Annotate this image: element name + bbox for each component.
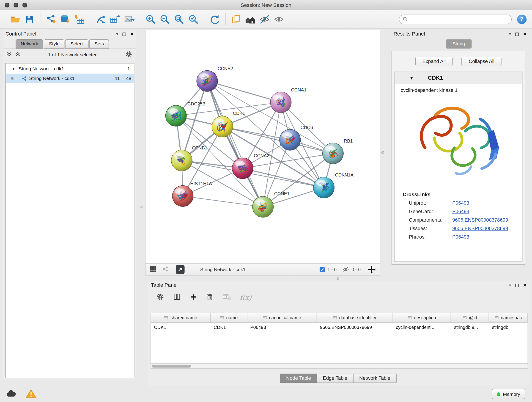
node-CDK1[interactable]: CDK1 — [212, 111, 245, 137]
crosslink-value-link[interactable]: P06493 — [452, 200, 469, 206]
table-cell[interactable]: stringdb — [489, 325, 528, 330]
zoom-in-button[interactable] — [143, 12, 158, 27]
tab-style[interactable]: Style — [44, 39, 65, 49]
warnings-button[interactable] — [26, 389, 36, 399]
panel-menu-icon[interactable]: ▾ — [509, 32, 511, 36]
search-field[interactable] — [399, 14, 512, 24]
panel-float-icon[interactable] — [515, 283, 519, 287]
tab-edge-table[interactable]: Edge Table — [317, 374, 354, 383]
grid-view-button[interactable] — [150, 266, 157, 274]
expand-all-networks-button[interactable] — [15, 51, 20, 57]
pan-move-icon[interactable] — [368, 266, 375, 274]
table-cell[interactable]: CDK1 — [151, 325, 210, 330]
delete-column-button[interactable] — [206, 293, 214, 302]
network-row-selected[interactable]: String Network - cdk1 11 48 — [6, 74, 134, 83]
table-cell[interactable]: cyclin-dependent ... — [393, 325, 451, 330]
memory-button[interactable]: Memory — [492, 389, 525, 399]
search-input[interactable] — [410, 16, 508, 22]
network-canvas[interactable]: CCNB2CCNA1CDC25BCDK1CDC6RB1CCNB1CCNA2CDK… — [145, 30, 380, 263]
crosslink-value-link[interactable]: P06493 — [452, 209, 469, 214]
column-header--id[interactable]: @id — [451, 313, 489, 322]
panel-close-icon[interactable]: × — [523, 31, 527, 37]
edge-CCNA2-CDKN1A[interactable] — [243, 168, 324, 187]
show-all-button[interactable] — [272, 12, 286, 27]
refresh-view-button[interactable] — [208, 12, 222, 27]
gene-section-header[interactable]: ▼ CDK1 — [394, 72, 522, 84]
edge-CCNB2-CCNE1[interactable] — [207, 81, 263, 207]
import-network-file-button[interactable] — [44, 12, 58, 27]
table-cell[interactable]: P06493 — [247, 325, 317, 330]
column-header-name[interactable]: name — [210, 313, 247, 322]
help-button[interactable]: ? — [517, 14, 526, 24]
function-builder-button[interactable]: f(x) — [240, 293, 252, 301]
tab-node-table[interactable]: Node Table — [280, 374, 317, 383]
export-image-button[interactable] — [122, 12, 136, 27]
node-RB1[interactable]: RB1 — [323, 138, 353, 164]
selected-checkbox-icon[interactable] — [319, 267, 325, 272]
home-view-button[interactable] — [243, 12, 258, 27]
left-splitter-handle[interactable] — [140, 206, 143, 208]
import-network-database-button[interactable] — [58, 12, 72, 27]
zoom-selected-button[interactable] — [186, 12, 201, 27]
scrollbar-thumb[interactable] — [152, 365, 191, 368]
save-session-button[interactable] — [22, 12, 37, 27]
panel-menu-icon[interactable]: ▾ — [116, 32, 118, 36]
expand-all-button[interactable]: Expand All — [415, 57, 453, 66]
import-table-button[interactable] — [72, 12, 86, 27]
tab-sets[interactable]: Sets — [89, 39, 109, 49]
annotations-button[interactable] — [229, 12, 243, 27]
hidden-eye-slash-icon[interactable] — [342, 266, 349, 273]
cloud-status-button[interactable] — [6, 389, 17, 399]
zoom-fit-button[interactable] — [172, 12, 186, 27]
panel-float-icon[interactable] — [515, 32, 519, 36]
hide-unselected-button[interactable] — [258, 12, 272, 27]
collection-expand-icon[interactable]: ▼ — [12, 67, 15, 70]
column-header-description[interactable]: description — [393, 313, 451, 322]
table-cell[interactable]: 9606.ENSP00000378699 — [317, 325, 393, 330]
detach-view-button[interactable] — [176, 265, 185, 274]
column-header-namespac[interactable]: namespac — [489, 313, 528, 322]
table-cell[interactable]: CDK1 — [210, 325, 247, 330]
table-row[interactable]: CDK1CDK1P064939606.ENSP00000378699cyclin… — [151, 323, 528, 332]
crosslink-value-link[interactable]: P06493 — [452, 234, 469, 240]
table-cell[interactable]: stringdb:9... — [451, 325, 489, 330]
crosslink-value-link[interactable]: 9606.ENSP00000378699 — [452, 226, 508, 231]
right-splitter-handle[interactable] — [381, 151, 384, 154]
node-CDC6[interactable]: CDC6 — [279, 125, 313, 150]
tab-select[interactable]: Select — [65, 39, 89, 49]
tab-network-table[interactable]: Network Table — [353, 374, 396, 383]
panel-float-icon[interactable] — [123, 32, 126, 36]
network-options-button[interactable] — [125, 51, 132, 59]
zoom-out-button[interactable] — [158, 12, 172, 27]
network-collection-row[interactable]: ▼ String Network - cdk1 1 — [6, 64, 134, 74]
show-columns-button[interactable] — [173, 293, 181, 302]
add-column-button[interactable] — [190, 293, 197, 302]
tab-network[interactable]: Network — [16, 39, 43, 49]
edge-CDK1-RB1[interactable] — [222, 127, 333, 153]
column-header-canonical-name[interactable]: canonical name — [247, 313, 317, 322]
column-header-shared-name[interactable]: shared name — [151, 313, 210, 322]
panel-close-icon[interactable]: × — [523, 282, 527, 288]
panel-menu-icon[interactable]: ▾ — [509, 283, 511, 287]
node-CCNB1[interactable]: CCNB1 — [171, 145, 208, 171]
node-HIST1H1A[interactable]: HIST1H1A — [172, 181, 212, 206]
crosslink-value-link[interactable]: 9606.ENSP00000378699 — [452, 217, 508, 223]
table-from-network-button[interactable] — [108, 12, 122, 27]
delete-table-button-disabled[interactable] — [222, 293, 231, 302]
network-graph[interactable]: CCNB2CCNA1CDC25BCDK1CDC6RB1CCNB1CCNA2CDK… — [146, 30, 380, 263]
node-CCNB2[interactable]: CCNB2 — [196, 66, 233, 91]
column-header-database-identifier[interactable]: database identifier — [317, 313, 393, 322]
node-CDKN1A[interactable]: CDKN1A — [313, 172, 354, 198]
results-tab-string[interactable]: String — [446, 39, 472, 49]
bottom-splitter-handle[interactable] — [336, 277, 339, 280]
section-expand-icon[interactable]: ▼ — [409, 75, 413, 80]
network-from-selection-button[interactable] — [94, 12, 108, 27]
panel-close-icon[interactable]: × — [130, 31, 134, 37]
edge-CCNB2-CCNA1[interactable] — [207, 81, 281, 102]
collapse-all-button[interactable]: Collapse All — [462, 57, 501, 66]
edge-HIST1H1A-CCNE1[interactable] — [183, 196, 263, 207]
open-session-button[interactable] — [8, 12, 22, 27]
birdseye-toggle-button[interactable] — [162, 266, 168, 273]
table-horizontal-scrollbar[interactable] — [151, 364, 528, 369]
collapse-all-networks-button[interactable] — [7, 51, 12, 57]
